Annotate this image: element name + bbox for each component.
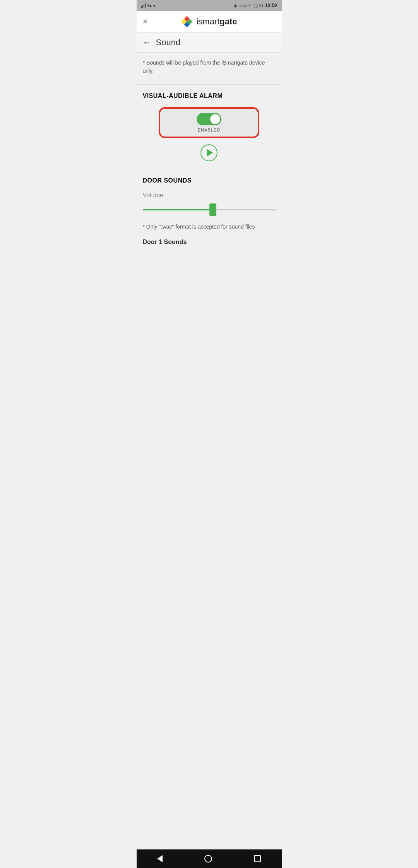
info-note: * Sounds will be played from the iSmartg… <box>137 53 282 85</box>
recents-square-icon <box>254 855 261 862</box>
signal-icon <box>141 3 146 8</box>
back-triangle-icon <box>157 855 163 862</box>
door1-sounds-label: Door 1 Sounds <box>143 239 276 246</box>
status-right: ◉ ⌹ ▭ ☾ ◯ 31 10:59 <box>234 3 277 8</box>
visual-alarm-title: VISUAL-AUDIBLE ALARM <box>143 92 276 99</box>
app-header: × ismartgate <box>137 11 282 32</box>
close-button[interactable]: × <box>143 17 148 26</box>
toggle-label: ENABLED <box>198 128 220 132</box>
logo-diamond-icon <box>181 15 193 28</box>
bell-icon: ◯ <box>254 3 258 8</box>
toggle-area: ENABLED <box>143 107 276 161</box>
status-bar: ▾▴ ● ◉ ⌹ ▭ ☾ ◯ 31 10:59 <box>137 0 282 11</box>
play-icon <box>207 149 213 157</box>
time-display: 10:59 <box>265 3 277 8</box>
bottom-nav <box>137 849 282 868</box>
slider-track <box>143 209 276 210</box>
play-button[interactable] <box>200 144 218 161</box>
bluetooth-icon: ⌹ <box>239 3 242 8</box>
back-button[interactable]: ← <box>143 38 151 48</box>
page-header: ← Sound <box>137 32 282 53</box>
moon-icon: ☾ <box>248 3 252 8</box>
slider-thumb[interactable] <box>209 203 216 216</box>
slider-fill <box>143 209 216 210</box>
alarm-toggle-switch[interactable] <box>197 113 221 125</box>
nav-back-button[interactable] <box>149 852 170 865</box>
volume-label: Volume <box>143 192 276 199</box>
battery-icon: ▭ <box>243 3 247 8</box>
door-sounds-title: DOOR SOUNDS <box>143 177 276 184</box>
nav-home-button[interactable] <box>197 852 220 866</box>
nav-recents-button[interactable] <box>246 852 269 865</box>
battery-percent-icon: 31 <box>259 3 264 8</box>
logo: ismartgate <box>181 15 237 28</box>
spotify-icon: ● <box>153 3 156 8</box>
wifi-icon: ▾▴ <box>147 3 152 8</box>
wav-note: * Only ".wav" format is accepted for sou… <box>143 223 276 231</box>
page-title: Sound <box>156 38 181 48</box>
logo-text: ismartgate <box>196 17 237 27</box>
alarm-toggle-box[interactable]: ENABLED <box>159 107 259 138</box>
content: * Sounds will be played from the iSmartg… <box>137 53 282 849</box>
home-circle-icon <box>204 855 212 863</box>
eye-icon: ◉ <box>234 3 237 8</box>
visual-alarm-section: VISUAL-AUDIBLE ALARM ENABLED <box>137 85 282 169</box>
status-left: ▾▴ ● <box>141 3 156 8</box>
volume-slider-container[interactable] <box>143 204 276 215</box>
toggle-knob <box>210 114 220 124</box>
door-sounds-section: DOOR SOUNDS Volume * Only ".wav" format … <box>137 169 282 253</box>
